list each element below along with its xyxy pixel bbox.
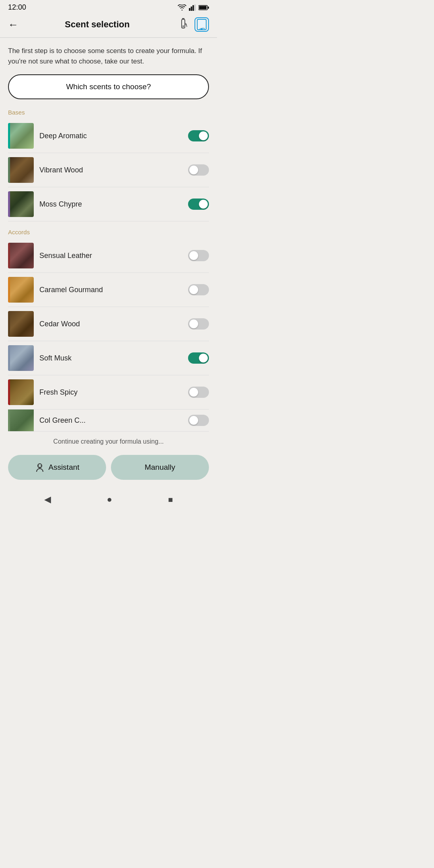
scent-name-vibrant-wood: Vibrant Wood (39, 166, 182, 174)
list-item: Moss Chypre (8, 187, 209, 221)
list-item: Caramel Gourmand (8, 273, 209, 307)
svg-rect-0 (189, 8, 190, 10)
wifi-icon (178, 4, 186, 11)
header: ← Scent selection (0, 13, 217, 37)
signal-icon (189, 4, 196, 11)
svg-rect-6 (208, 6, 209, 9)
nav-back-button[interactable]: ◀ (44, 494, 51, 505)
nav-recents-button[interactable]: ■ (168, 495, 173, 504)
list-item: Soft Musk (8, 341, 209, 375)
scent-thumbnail-vibrant-wood (8, 157, 34, 183)
manually-button[interactable]: Manually (111, 455, 209, 480)
toggle-caramel-gourmand[interactable] (188, 284, 209, 295)
scent-thumbnail-moss-chypre (8, 191, 34, 217)
toggle-deep-aromatic[interactable] (188, 130, 209, 141)
which-scents-button[interactable]: Which scents to choose? (8, 74, 209, 99)
accords-label: Accords (8, 229, 209, 235)
svg-rect-9 (182, 25, 184, 27)
scent-name-deep-aromatic: Deep Aromatic (39, 132, 182, 140)
scent-name-cedar-wood: Cedar Wood (39, 320, 182, 328)
toggle-sensual-leather[interactable] (188, 250, 209, 261)
header-right (176, 17, 209, 32)
scent-name-sensual-leather: Sensual Leather (39, 252, 182, 260)
svg-point-14 (38, 465, 39, 466)
nav-home-button[interactable]: ● (107, 494, 112, 505)
manually-label: Manually (145, 463, 175, 472)
scent-thumbnail-cedar-wood (8, 311, 34, 337)
list-item: Sensual Leather (8, 239, 209, 273)
continue-section: Continue creating your formula using... (0, 432, 217, 455)
svg-rect-2 (192, 5, 194, 10)
toggle-fresh-spicy[interactable] (188, 387, 209, 398)
status-bar: 12:00 (0, 0, 217, 13)
intro-text: The first step is to choose some scents … (8, 46, 209, 66)
toggle-cedar-wood[interactable] (188, 318, 209, 330)
assistant-label: Assistant (48, 463, 79, 472)
scent-name-moss-chypre: Moss Chypre (39, 200, 182, 209)
list-item-partial: Col Green C... (8, 409, 209, 432)
scent-name-caramel-gourmand: Caramel Gourmand (39, 286, 182, 294)
toggle-unknown[interactable] (188, 415, 209, 426)
svg-rect-11 (199, 20, 205, 27)
svg-point-15 (41, 465, 41, 466)
list-item: Deep Aromatic (8, 119, 209, 153)
scent-name-soft-musk: Soft Musk (39, 354, 182, 362)
list-item: Cedar Wood (8, 307, 209, 341)
toggle-soft-musk[interactable] (188, 352, 209, 364)
scent-name-fresh-spicy: Fresh Spicy (39, 388, 182, 397)
battery-icon (199, 5, 209, 10)
bases-section: Bases Deep Aromatic Vibrant Wood (8, 109, 209, 221)
status-icons (178, 4, 209, 11)
scent-thumbnail-caramel-gourmand (8, 277, 34, 303)
assistant-button[interactable]: Assistant (8, 455, 106, 480)
svg-rect-1 (191, 6, 192, 11)
nav-bar: ◀ ● ■ (0, 488, 217, 513)
toggle-vibrant-wood[interactable] (188, 164, 209, 176)
list-item: Vibrant Wood (8, 153, 209, 187)
scent-thumbnail-fresh-spicy (8, 379, 34, 405)
nav-home-icon: ● (107, 494, 112, 505)
back-button[interactable]: ← (8, 18, 18, 31)
vial-icon[interactable] (176, 17, 190, 32)
bases-label: Bases (8, 109, 209, 116)
svg-rect-5 (199, 6, 207, 9)
svg-rect-3 (194, 4, 196, 11)
scent-thumbnail-soft-musk (8, 345, 34, 371)
continue-text: Continue creating your formula using... (8, 438, 209, 445)
nav-recents-icon: ■ (168, 495, 173, 504)
scent-thumbnail-unknown (8, 409, 34, 432)
assistant-icon (35, 462, 45, 473)
toggle-moss-chypre[interactable] (188, 199, 209, 210)
status-time: 12:00 (8, 3, 26, 12)
nav-back-icon: ◀ (44, 494, 51, 505)
page-title: Scent selection (65, 19, 129, 30)
scent-thumbnail-sensual-leather (8, 243, 34, 268)
scent-name-unknown: Col Green C... (39, 416, 182, 425)
main-content: The first step is to choose some scents … (0, 38, 217, 432)
device-icon[interactable] (194, 17, 209, 32)
list-item: Fresh Spicy (8, 375, 209, 409)
accords-section: Accords Sensual Leather Caramel Gourmand (8, 229, 209, 432)
scent-thumbnail-deep-aromatic (8, 123, 34, 149)
bottom-buttons: Assistant Manually (0, 455, 217, 488)
